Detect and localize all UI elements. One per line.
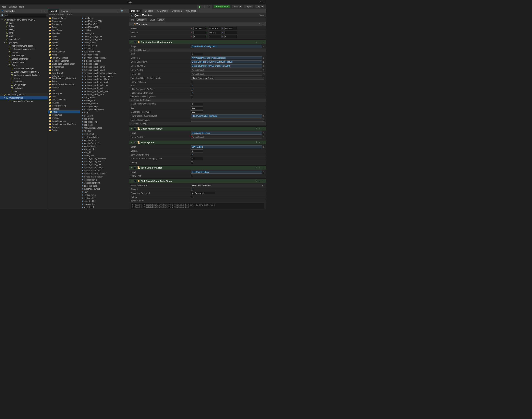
file-blood-particles[interactable]: ✦ bloodParticles_PFB: [80, 20, 129, 23]
file-hook-effect[interactable]: ✦ hook effect: [80, 132, 129, 136]
tree-editor[interactable]: 📁Editor: [48, 80, 80, 83]
tree-item-occlusion[interactable]: ▶ ⬡ occlusion: [0, 86, 48, 90]
maximize-btn[interactable]: □: [260, 1, 261, 3]
navigation-tab[interactable]: Navigation: [184, 9, 199, 13]
hide-journal-checkbox[interactable]: [191, 92, 193, 94]
layer-dropdown[interactable]: Default: [157, 18, 165, 21]
file-explosion-rock-lava[interactable]: ✦ explosion_mesh_rock_lava: [80, 84, 129, 87]
pretty-print-checkbox[interactable]: [191, 81, 193, 83]
tree-item-level-ui[interactable]: ▶ ⬡ level ui: [0, 77, 48, 80]
scale-x-input[interactable]: [193, 35, 206, 38]
file-hook-failed[interactable]: ✦ hook failed effect: [80, 136, 129, 139]
tree-item-map[interactable]: ▶ ⬡ map: [0, 90, 48, 93]
lighting-tab[interactable]: ⬡ Lighting: [155, 9, 170, 13]
qmc-info-btn[interactable]: ?: [255, 41, 257, 43]
dsgds-password-input[interactable]: [191, 192, 215, 195]
file-dust-smoke-big[interactable]: ✦ dust smoke big: [80, 44, 129, 47]
file-ripples-filled[interactable]: ✦ ripples_filled: [80, 196, 129, 200]
qad-active-checkbox[interactable]: [134, 128, 136, 130]
tree-scenes-thirdparty[interactable]: 📁SampleScenes_ThirdParty: [48, 123, 80, 126]
tree-audio[interactable]: 📁Audio: [48, 53, 80, 56]
tree-easysave2[interactable]: 📁Easy Save 2: [48, 72, 80, 75]
file-explosion-goo-white[interactable]: ✦ explosion_mesh_goo_white: [80, 81, 129, 84]
file-hit-effect[interactable]: ✦ hit effect: [80, 130, 129, 132]
file-muzzle-flash-spaceship[interactable]: ✦ muzzle_flash_spaceship: [80, 172, 129, 175]
tree-item-level2[interactable]: ▶ ⬡ level_2: [0, 28, 48, 31]
script-link-icon[interactable]: ⊙: [263, 45, 264, 48]
goal-selection-dropdown[interactable]: ▾: [191, 118, 264, 122]
tree-behavior-designer[interactable]: 📁Behavior Designer: [48, 59, 80, 62]
tree-item-opsive-spawn[interactable]: ▶ ⬡ Opsive_spawn: [0, 60, 48, 64]
file-running-dust[interactable]: ✦ running_dust: [80, 203, 129, 206]
step-btn[interactable]: ⏭: [207, 5, 211, 8]
tree-item-questcanvas[interactable]: ▶ ⬡ Quest Machine Canvas: [0, 99, 48, 103]
go-active-checkbox[interactable]: [131, 14, 133, 16]
jds-active-checkbox[interactable]: [134, 167, 136, 169]
tree-item-enemies[interactable]: ▶ ⬡ enemies: [0, 51, 48, 54]
size-input[interactable]: [191, 52, 203, 55]
tree-materials[interactable]: 📁Materials: [48, 32, 80, 35]
file-floating-melee[interactable]: ✦ floatingDamageMelee: [80, 108, 129, 111]
ss-debug-checkbox[interactable]: [191, 161, 193, 164]
tree-item-gameplay[interactable]: ▼ ⬡ gameplay: [0, 41, 48, 44]
file-shot-decal[interactable]: ✦ shot_decal: [80, 206, 129, 209]
file-jumping-smoke[interactable]: ✦ jumpingSmoke: [80, 139, 129, 142]
tree-characters[interactable]: 📁Characters: [48, 20, 80, 23]
occlusion-tab[interactable]: Occlusion: [170, 9, 184, 13]
window-controls[interactable]: ─ □ ✕: [257, 1, 264, 3]
file-falling-leaves[interactable]: ✦ falling leaves: [80, 96, 129, 99]
max-steps-input[interactable]: [191, 110, 203, 113]
dsgds-encrypt-checkbox[interactable]: [191, 188, 193, 191]
file-explosion-bullet[interactable]: ✦ explosion_bullet: [80, 62, 129, 65]
transform-header[interactable]: ▼ ⊞ Transform ? ⋮: [129, 22, 266, 26]
tree-gizmos[interactable]: 📁Gizmos: [48, 86, 80, 89]
dsgds-menu-btn[interactable]: ⋮: [262, 180, 264, 182]
tree-camera-states[interactable]: 📁Camera_States: [48, 17, 80, 20]
file-lava-drip[interactable]: ✦ lava_drip: [80, 151, 129, 154]
file-explosion-turret[interactable]: ✦ explosion_mesh_turret: [80, 93, 129, 96]
file-muzzle-flash-blue-large[interactable]: ✦ muzzle_flash_blue large: [80, 157, 129, 160]
tree-objexport[interactable]: 📁OBJExport: [48, 92, 80, 95]
tree-devdog[interactable]: 📁Devdog: [48, 68, 80, 72]
bakery-tab[interactable]: Bakery: [59, 9, 70, 13]
tree-item-gamemanager[interactable]: ▶ ⬡ GameManager: [0, 54, 48, 57]
project-tab[interactable]: Project: [48, 9, 59, 13]
tree-item-questmachine[interactable]: ▼ ⬡ Quest Machine: [0, 96, 48, 99]
tree-bakery[interactable]: 📁BakeryLightmaps: [48, 56, 80, 59]
menu-help[interactable]: Help: [19, 5, 24, 8]
tree-editor-default[interactable]: 📁Editor Default Resources: [48, 83, 80, 86]
tree-item-types[interactable]: 📁Item Types: [48, 29, 80, 32]
dsgds-info-btn[interactable]: ?: [255, 180, 257, 182]
file-menu-dots[interactable]: ✦ menu_dots: [80, 154, 129, 157]
jds-header[interactable]: ▼ 📜 Json Data Serializer ? ⇔ ⋮: [129, 166, 266, 170]
quest-databases-header[interactable]: ▼ Quest Databases: [129, 49, 266, 52]
tree-item-easysave3[interactable]: ▶ ⬡ Easy Save 3 Manager: [0, 67, 48, 70]
qad-info-btn[interactable]: ?: [255, 127, 257, 130]
file-lava-bubble[interactable]: ✦ lava_bubble: [80, 148, 129, 151]
file-jumping-smoke2[interactable]: ✦ jumpingSmoke_2: [80, 142, 129, 145]
tree-samplescenes[interactable]: 📁SampleScenes: [48, 119, 80, 123]
file-muzzleflash1[interactable]: ✦ MuzzleFlash 1: [80, 178, 129, 181]
tree-item-level[interactable]: ▶ ⬡ level: [0, 31, 48, 34]
disk-storer-header[interactable]: ▼ 📜 Disk Saved Game Data Storer ? ⇔ ⋮: [129, 179, 266, 183]
console-tab[interactable]: Console: [143, 9, 155, 13]
tree-scenes[interactable]: 📁Scenes: [48, 126, 80, 129]
tree-pixel-crushers[interactable]: 📁Pixel Crushers: [48, 98, 80, 101]
file-electricity-destroy[interactable]: ✦ electricity_effect_destroy: [80, 56, 129, 59]
hierarchy-menu-btn[interactable]: ⋮: [43, 10, 46, 13]
qad-script-icon[interactable]: ⊙: [263, 132, 264, 134]
tree-bruteforce[interactable]: 📁BruteForce-GrassShader: [48, 62, 80, 65]
project-add-btn[interactable]: +: [117, 10, 119, 13]
tree-item-world[interactable]: ▶ ⬡ world: [0, 34, 48, 38]
file-fx-splash[interactable]: ✦ fx_Splash: [80, 114, 129, 117]
rot-y-input[interactable]: [209, 31, 222, 34]
file-muzzle-flash-pink[interactable]: ✦ muzzle_flash_pink: [80, 169, 129, 172]
qmc-active-checkbox[interactable]: [134, 41, 136, 43]
tree-item-instructions-world[interactable]: ▶ ⬡ instructions world space: [0, 44, 48, 47]
pause-btn[interactable]: ⏸: [202, 5, 206, 8]
file-fireflies-blue[interactable]: ✦ fireflies_blue: [80, 99, 129, 102]
file-goo-drops[interactable]: ✦ goo_drops_lite: [80, 120, 129, 123]
file-rock-dribble[interactable]: ✦ rock_dribble: [80, 200, 129, 203]
file-electricity[interactable]: ✦ electricity_effect: [80, 53, 129, 56]
ss-frames-wait-input[interactable]: [191, 157, 203, 160]
